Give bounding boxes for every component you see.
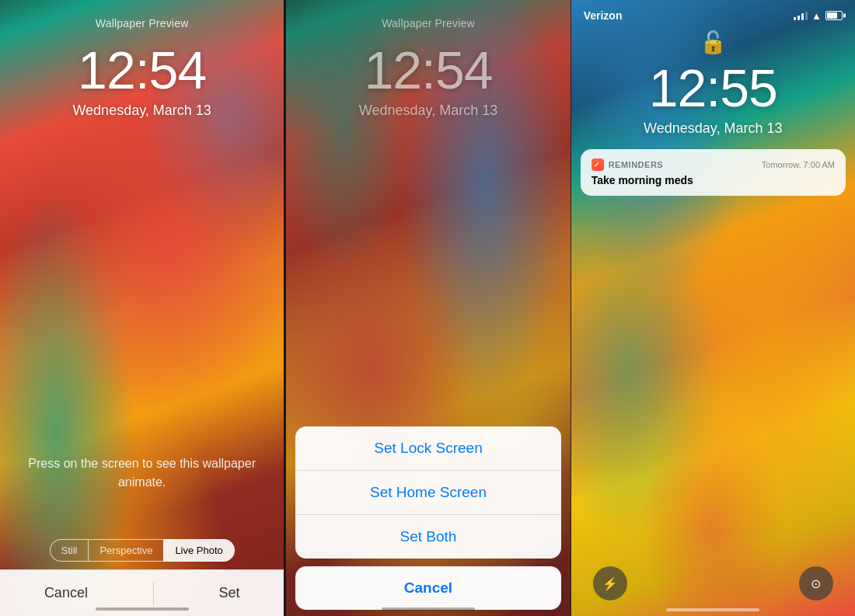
signal-bar-1 bbox=[794, 17, 796, 20]
signal-bar-3 bbox=[801, 13, 804, 20]
cancel-button-2[interactable]: Cancel bbox=[295, 566, 560, 610]
time-display-2: 12:54 bbox=[286, 44, 570, 96]
notification-title: Take morning meds bbox=[592, 174, 835, 186]
notification-header: ✓ REMINDERS Tomorrow, 7:00 AM bbox=[592, 158, 835, 171]
time-display-1: 12:54 bbox=[0, 44, 284, 96]
action-sheet: Set Lock Screen Set Home Screen Set Both… bbox=[286, 420, 570, 616]
wallpaper-preview-label-2: Wallpaper Preview bbox=[286, 17, 570, 30]
animate-hint: Press on the screen to see this wallpape… bbox=[0, 454, 284, 492]
flashlight-button[interactable]: ⚡ bbox=[593, 566, 627, 600]
battery-fill bbox=[827, 12, 838, 19]
wallpaper-preview-label-1: Wallpaper Preview bbox=[0, 17, 284, 30]
signal-icon bbox=[794, 12, 808, 20]
date-display-3: Wednesday, March 13 bbox=[571, 120, 855, 137]
date-display-2: Wednesday, March 13 bbox=[286, 103, 570, 119]
carrier-label: Verizon bbox=[584, 9, 623, 22]
battery-icon bbox=[825, 11, 843, 20]
lock-screen-bottom-icons: ⚡ ⊙ bbox=[571, 566, 855, 600]
signal-bar-2 bbox=[797, 16, 800, 20]
action-sheet-group: Set Lock Screen Set Home Screen Set Both bbox=[295, 426, 560, 559]
panel1-wallpaper-preview: Wallpaper Preview 12:54 Wednesday, March… bbox=[0, 0, 285, 616]
notification-time: Tomorrow, 7:00 AM bbox=[762, 160, 835, 169]
home-indicator-3 bbox=[666, 608, 759, 611]
reminders-app-icon: ✓ bbox=[592, 158, 604, 171]
lock-icon-wrap: 🔓 bbox=[571, 30, 855, 55]
camera-icon: ⊙ bbox=[811, 576, 821, 591]
status-bar: Verizon ▲ bbox=[571, 0, 855, 22]
panel2-action-sheet: Wallpaper Preview 12:54 Wednesday, March… bbox=[285, 0, 571, 616]
notification-card[interactable]: ✓ REMINDERS Tomorrow, 7:00 AM Take morni… bbox=[581, 149, 846, 196]
reminders-icon-symbol: ✓ bbox=[594, 161, 601, 169]
action-sheet-cancel-group: Cancel bbox=[295, 566, 560, 610]
set-both-button[interactable]: Set Both bbox=[295, 514, 560, 559]
set-lock-screen-button[interactable]: Set Lock Screen bbox=[295, 426, 560, 470]
status-icons: ▲ bbox=[794, 10, 843, 22]
set-home-screen-button[interactable]: Set Home Screen bbox=[295, 470, 560, 514]
flashlight-icon: ⚡ bbox=[602, 576, 618, 591]
wifi-icon: ▲ bbox=[811, 10, 822, 22]
panel3-lock-screen: Verizon ▲ 🔓 12:55 Wednesday, March 13 bbox=[571, 0, 855, 616]
time-display-3: 12:55 bbox=[571, 61, 855, 114]
lock-icon: 🔓 bbox=[700, 30, 727, 54]
notification-app: ✓ REMINDERS bbox=[592, 158, 664, 171]
signal-bar-4 bbox=[805, 12, 808, 20]
camera-button[interactable]: ⊙ bbox=[799, 566, 833, 600]
date-display-1: Wednesday, March 13 bbox=[0, 103, 284, 119]
notification-app-name: REMINDERS bbox=[609, 160, 664, 169]
home-indicator-2 bbox=[382, 607, 475, 611]
